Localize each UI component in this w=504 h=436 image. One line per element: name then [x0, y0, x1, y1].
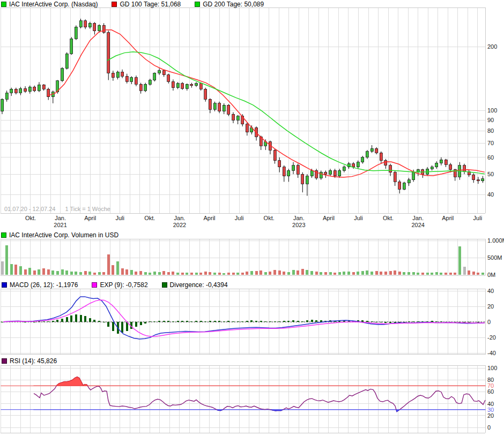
- svg-text:Okt.: Okt.: [264, 215, 275, 221]
- svg-text:April: April: [442, 215, 454, 221]
- legend-item-exp: EXP (9): -0,7582: [92, 281, 147, 289]
- svg-text:500M: 500M: [487, 254, 502, 261]
- svg-text:April: April: [204, 215, 216, 221]
- svg-text:200: 200: [487, 43, 497, 50]
- legend-item-gd100: GD 100 Tage: 51,068: [112, 1, 181, 8]
- svg-text:2023: 2023: [292, 222, 305, 228]
- svg-text:20: 20: [487, 303, 494, 310]
- gd200-label: GD 200 Tage: 50,089: [203, 1, 264, 8]
- svg-text:-20: -20: [487, 334, 496, 341]
- svg-text:Jan.: Jan.: [174, 215, 186, 221]
- svg-text:0: 0: [487, 424, 491, 431]
- y-axis-labels: 2001009080706050401.000M500M0M40200-20-4…: [487, 43, 504, 431]
- divergence-swatch: [162, 282, 167, 288]
- svg-text:20: 20: [487, 412, 494, 419]
- stock-chart-screen: Okt.Jan.AprilJuliOkt.Jan.AprilJuliOkt.Ja…: [0, 0, 504, 436]
- main-chart-legend: IAC InterActive Corp. (Nasdaq) GD 100 Ta…: [1, 1, 264, 8]
- svg-text:100: 100: [487, 365, 497, 371]
- svg-text:60: 60: [487, 388, 494, 395]
- instrument-label: IAC InterActive Corp. (Nasdaq): [9, 1, 98, 8]
- svg-text:Juli: Juli: [235, 215, 244, 221]
- svg-text:Okt.: Okt.: [383, 215, 394, 221]
- legend-item-volume: IAC InterActive Corp. Volumen in USD: [1, 231, 118, 239]
- svg-text:70: 70: [487, 140, 494, 146]
- svg-text:-40: -40: [487, 350, 496, 356]
- svg-text:Jan.: Jan.: [293, 215, 305, 221]
- svg-text:Jan.: Jan.: [55, 215, 66, 221]
- svg-text:Okt.: Okt.: [25, 215, 36, 221]
- svg-text:2024: 2024: [411, 222, 424, 228]
- macd-legend: MACD (26, 12): -1,1976 EXP (9): -0,7582 …: [2, 281, 228, 289]
- macd-label: MACD (26, 12): -1,1976: [10, 281, 78, 289]
- svg-text:0: 0: [487, 319, 491, 325]
- divergence-label: Divergence: -0,4394: [170, 281, 228, 289]
- gd200-swatch: [195, 2, 200, 7]
- price-panel: [1, 19, 485, 196]
- svg-text:90: 90: [487, 117, 494, 123]
- svg-text:Juli: Juli: [354, 215, 363, 221]
- volume-label: IAC InterActive Corp. Volumen in USD: [9, 231, 118, 239]
- legend-item-instrument: IAC InterActive Corp. (Nasdaq): [1, 1, 98, 8]
- volume-legend: IAC InterActive Corp. Volumen in USD: [1, 231, 118, 239]
- date-range: 01.07.20 - 12.07.24: [4, 206, 55, 212]
- exp-label: EXP (9): -0,7582: [100, 281, 147, 289]
- legend-item-divergence: Divergence: -0,4394: [162, 281, 228, 289]
- date-range-note: 01.07.20 - 12.07.24 1 Tick = 1 Woche: [4, 206, 110, 212]
- svg-text:40: 40: [487, 288, 494, 294]
- svg-text:2022: 2022: [173, 222, 186, 228]
- legend-item-rsi: RSI (14): 45,826: [2, 357, 57, 365]
- x-axis-labels: Okt.Jan.AprilJuliOkt.Jan.AprilJuliOkt.Ja…: [25, 215, 482, 228]
- svg-text:Okt.: Okt.: [144, 215, 155, 221]
- legend-item-macd: MACD (26, 12): -1,1976: [2, 281, 78, 289]
- macd-swatch: [2, 282, 7, 288]
- rsi-label: RSI (14): 45,826: [10, 357, 57, 365]
- rsi-swatch: [2, 358, 7, 364]
- svg-text:0M: 0M: [487, 272, 495, 278]
- rsi-panel: [1, 377, 485, 412]
- chart-canvas[interactable]: Okt.Jan.AprilJuliOkt.Jan.AprilJuliOkt.Ja…: [0, 0, 504, 436]
- legend-item-gd200: GD 200 Tage: 50,089: [195, 1, 264, 8]
- gd100-label: GD 100 Tage: 51,068: [120, 1, 181, 8]
- volume-swatch: [1, 232, 6, 238]
- svg-text:100: 100: [487, 107, 497, 114]
- svg-text:Juli: Juli: [116, 215, 125, 221]
- gd100-swatch: [112, 2, 117, 7]
- tick-note: 1 Tick = 1 Woche: [65, 206, 110, 212]
- svg-text:40: 40: [487, 191, 494, 198]
- svg-text:2021: 2021: [54, 222, 66, 228]
- macd-panel: [1, 297, 485, 339]
- svg-text:Juli: Juli: [473, 215, 483, 221]
- rsi-legend: RSI (14): 45,826: [2, 357, 57, 365]
- svg-text:April: April: [84, 215, 96, 221]
- svg-text:50: 50: [487, 171, 494, 177]
- instrument-swatch: [1, 2, 6, 7]
- svg-text:60: 60: [487, 154, 494, 161]
- volume-panel: [1, 245, 484, 275]
- exp-swatch: [92, 282, 97, 288]
- svg-text:1.000M: 1.000M: [487, 237, 504, 244]
- svg-text:Jan.: Jan.: [412, 215, 424, 221]
- svg-text:April: April: [323, 215, 335, 221]
- svg-text:80: 80: [487, 127, 494, 134]
